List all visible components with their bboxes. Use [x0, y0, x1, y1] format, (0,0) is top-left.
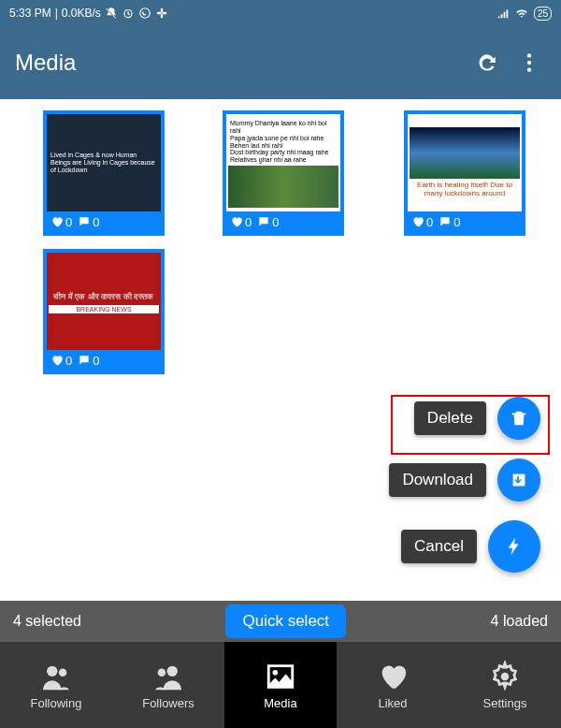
bottom-nav: Following Followers Media Liked Settings [0, 642, 561, 728]
svg-point-9 [47, 665, 57, 676]
alarm-icon [122, 7, 135, 20]
refresh-button[interactable] [469, 46, 503, 80]
media-stats: 0 0 [47, 211, 161, 232]
media-item[interactable]: Lived in Cages & now Human Beings are Li… [43, 110, 165, 236]
media-stats: 0 0 [408, 211, 522, 232]
nav-media[interactable]: Media [224, 642, 337, 728]
nav-label: Settings [483, 696, 527, 710]
status-net-speed: 0.0KB/s [62, 7, 101, 20]
status-bar: 5:33 PM | 0.0KB/s 25 [0, 0, 561, 26]
nav-label: Media [264, 696, 296, 710]
comment-icon [439, 215, 452, 228]
quick-select-button[interactable]: Quick select [225, 604, 346, 638]
media-thumbnail: चीन में एक और वायरस की दस्तकBREAKING NEW… [47, 253, 161, 350]
lightning-icon [504, 536, 525, 557]
svg-point-10 [59, 668, 67, 677]
svg-rect-2 [161, 8, 163, 13]
media-grid: Lived in Cages & now Human Beings are Li… [0, 99, 561, 601]
main-fab-button[interactable] [488, 520, 540, 573]
nav-liked[interactable]: Liked [337, 642, 449, 728]
signal-icon [496, 7, 510, 20]
nav-following[interactable]: Following [0, 642, 112, 728]
selected-count: 4 selected [13, 613, 81, 630]
media-thumbnail: Lived in Cages & now Human Beings are Li… [47, 114, 161, 211]
nav-label: Followers [142, 696, 194, 710]
media-thumbnail: Earth is healing itself! Due to many loc… [408, 114, 522, 211]
download-button[interactable] [497, 459, 540, 502]
nav-settings[interactable]: Settings [449, 642, 561, 728]
svg-rect-3 [161, 14, 163, 19]
media-item[interactable]: Earth is healing itself! Due to many loc… [404, 110, 525, 236]
loaded-count: 4 loaded [491, 613, 548, 630]
download-icon [509, 470, 529, 490]
trash-icon [509, 408, 529, 429]
battery-indicator: 25 [534, 7, 552, 21]
followers-icon [152, 661, 184, 692]
svg-point-13 [273, 669, 279, 675]
page-title: Media [15, 50, 460, 76]
app-bar: Media [0, 26, 561, 99]
settings-icon [489, 661, 521, 692]
media-icon [265, 661, 296, 692]
selection-bar: 4 selected Quick select 4 loaded [0, 601, 561, 642]
cancel-label: Cancel [401, 530, 477, 563]
nav-followers[interactable]: Followers [112, 642, 224, 728]
svg-point-11 [167, 665, 178, 676]
notification-muted-icon [105, 7, 118, 20]
media-item[interactable]: चीन में एक और वायरस की दस्तकBREAKING NEW… [43, 249, 165, 374]
heart-icon [411, 215, 424, 228]
status-time: 5:33 PM [9, 7, 51, 20]
svg-point-12 [158, 668, 166, 677]
download-label: Download [389, 463, 486, 497]
media-thumbnail: Mummy Dhaniya laane ko nhi bol rahi Papa… [226, 114, 340, 211]
slack-icon [155, 7, 168, 20]
following-icon [40, 661, 72, 692]
media-stats: 0 0 [47, 350, 161, 371]
wifi-icon [515, 7, 528, 20]
action-menu: Delete Download Cancel [389, 397, 540, 573]
comment-icon [78, 354, 91, 367]
svg-point-8 [527, 67, 531, 71]
svg-point-1 [140, 8, 151, 19]
delete-button[interactable] [497, 397, 540, 440]
whatsapp-icon [138, 7, 151, 20]
liked-icon [377, 661, 409, 692]
nav-label: Liked [378, 696, 407, 710]
heart-icon [50, 354, 64, 367]
delete-label: Delete [414, 401, 486, 435]
comment-icon [78, 215, 91, 228]
heart-icon [50, 215, 64, 228]
heart-icon [230, 215, 243, 228]
comment-icon [257, 215, 270, 228]
svg-point-7 [527, 61, 531, 65]
svg-point-14 [501, 672, 510, 680]
svg-point-6 [527, 53, 531, 57]
nav-label: Following [31, 696, 82, 710]
svg-rect-4 [157, 12, 162, 14]
more-menu-button[interactable] [512, 46, 546, 80]
media-stats: 0 0 [226, 211, 340, 232]
media-item[interactable]: Mummy Dhaniya laane ko nhi bol rahi Papa… [223, 110, 344, 236]
svg-rect-5 [162, 12, 166, 14]
